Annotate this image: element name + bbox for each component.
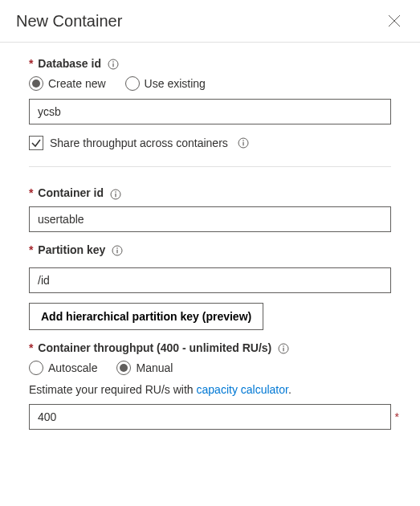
throughput-field: * Container throughput (400 - unlimited … — [29, 341, 391, 430]
info-icon[interactable] — [108, 59, 119, 70]
partition-key-label: * Partition key — [29, 243, 391, 256]
estimate-suffix: . — [288, 383, 292, 396]
info-icon[interactable] — [112, 245, 123, 256]
info-icon[interactable] — [278, 343, 289, 354]
share-throughput-checkbox[interactable] — [29, 136, 43, 150]
radio-input[interactable] — [116, 361, 131, 375]
panel-body: * Database id Create new Use existing — [0, 43, 420, 430]
svg-rect-14 — [283, 348, 284, 352]
throughput-input[interactable] — [29, 404, 391, 430]
radio-create-new[interactable]: Create new — [29, 76, 106, 91]
radio-label: Autoscale — [48, 361, 97, 374]
section-divider — [29, 166, 391, 167]
container-id-label-text: Container id — [38, 186, 104, 199]
required-marker: * — [29, 243, 33, 256]
radio-input[interactable] — [29, 76, 43, 91]
required-marker: * — [395, 410, 399, 423]
partition-key-input[interactable] — [29, 267, 391, 293]
container-id-label: * Container id — [29, 186, 391, 199]
panel-header: New Container — [0, 0, 420, 43]
container-id-field: * Container id — [29, 186, 391, 231]
throughput-mode-radio-group: Autoscale Manual — [29, 361, 391, 375]
radio-input[interactable] — [29, 361, 43, 375]
svg-point-7 — [115, 191, 116, 193]
radio-input[interactable] — [125, 76, 140, 91]
svg-rect-8 — [115, 193, 116, 197]
svg-rect-2 — [112, 63, 113, 67]
estimate-prefix: Estimate your required RU/s with — [29, 383, 197, 396]
required-marker: * — [29, 186, 33, 199]
new-container-panel: New Container * Database id Create new — [0, 0, 420, 506]
close-icon[interactable] — [385, 11, 404, 31]
container-id-input[interactable] — [29, 206, 391, 232]
svg-point-13 — [283, 345, 284, 347]
required-marker: * — [29, 341, 33, 354]
database-mode-radio-group: Create new Use existing — [29, 76, 391, 91]
throughput-label-text: Container throughput (400 - unlimited RU… — [38, 341, 271, 354]
share-throughput-label: Share throughput across containers — [50, 137, 228, 149]
radio-label: Manual — [136, 361, 173, 374]
database-id-label-text: Database id — [38, 57, 101, 70]
capacity-calculator-link[interactable]: capacity calculator — [197, 383, 288, 396]
database-id-field: * Database id Create new Use existing — [29, 57, 391, 150]
svg-point-10 — [116, 247, 118, 249]
radio-label: Create new — [48, 77, 106, 90]
partition-key-field: * Partition key Add hierarchical partiti… — [29, 243, 391, 330]
info-icon[interactable] — [238, 137, 249, 149]
share-throughput-row[interactable]: Share throughput across containers — [29, 136, 391, 150]
throughput-label: * Container throughput (400 - unlimited … — [29, 341, 391, 354]
radio-label: Use existing — [145, 77, 206, 90]
throughput-input-wrap: * — [29, 404, 391, 430]
database-id-label: * Database id — [29, 57, 391, 70]
add-hierarchical-key-button[interactable]: Add hierarchical partition key (preview) — [29, 303, 263, 330]
required-marker: * — [29, 57, 33, 70]
svg-point-1 — [112, 61, 114, 63]
info-icon[interactable] — [110, 189, 121, 200]
svg-rect-5 — [243, 142, 243, 146]
radio-manual[interactable]: Manual — [116, 361, 173, 375]
partition-key-label-text: Partition key — [38, 243, 105, 256]
panel-title: New Container — [16, 12, 122, 31]
radio-autoscale[interactable]: Autoscale — [29, 361, 97, 375]
radio-use-existing[interactable]: Use existing — [125, 76, 206, 91]
database-id-input[interactable] — [29, 99, 391, 124]
estimate-text: Estimate your required RU/s with capacit… — [29, 383, 391, 396]
svg-rect-11 — [117, 250, 118, 254]
svg-point-4 — [243, 140, 244, 141]
